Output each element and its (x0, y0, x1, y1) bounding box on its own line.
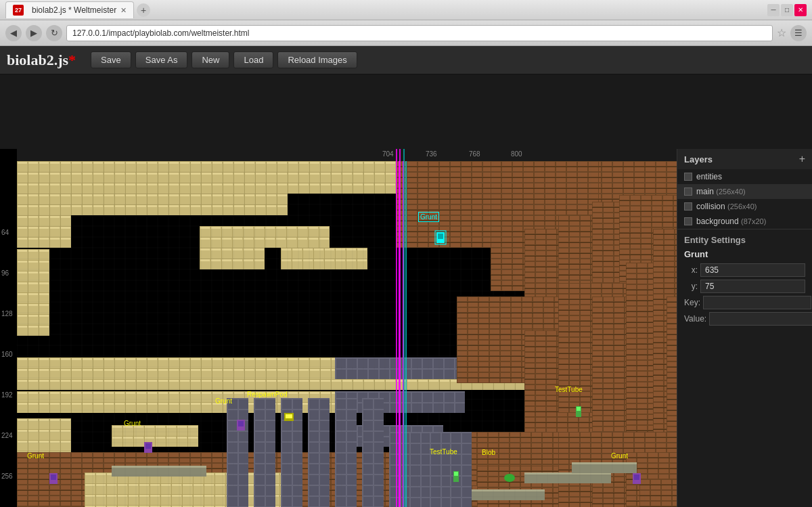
value-label: Value: (684, 314, 706, 324)
new-button[interactable]: New (191, 51, 229, 68)
entity-settings-section: Entity Settings Grunt x: 635 y: 75 Key: … (677, 229, 812, 334)
key-label: Key: (684, 298, 700, 307)
value-row: Value: (684, 312, 805, 326)
x-value: 635 (700, 263, 805, 277)
left-coord-markers: 64 96 128 160 192 224 256 288 (0, 149, 17, 507)
right-panel: Layers + entities main (256x40) collisio… (677, 149, 812, 507)
back-button[interactable]: ◀ (5, 25, 22, 41)
tab-close-icon[interactable]: ✕ (120, 6, 127, 15)
value-input[interactable] (709, 312, 812, 326)
coord-96: 96 (1, 269, 9, 277)
layer-background-label: background (87x20) (696, 217, 766, 226)
coord-64: 64 (1, 229, 9, 236)
game-canvas[interactable] (17, 161, 677, 507)
reload-button[interactable]: ↻ (46, 25, 62, 41)
save-button[interactable]: Save (91, 51, 131, 68)
layers-section: Layers + entities main (256x40) collisio… (677, 149, 812, 229)
layer-collision-label: collision (256x40) (696, 202, 757, 211)
coord-224: 224 (1, 432, 13, 439)
collision-line-1 (396, 149, 397, 507)
x-label: x: (684, 265, 698, 275)
app-title-asterisk: * (68, 51, 76, 68)
editor-toolbar: biolab2.js* Save Save As New Load Reload… (0, 46, 812, 74)
layer-main-label: main (256x40) (696, 187, 746, 196)
layers-header: Layers + (677, 149, 812, 169)
browser-titlebar: 27 biolab2.js * Weltmeister ✕ + ─ □ ✕ (0, 0, 812, 20)
coord-192: 192 (1, 391, 13, 399)
y-value: 75 (700, 280, 805, 293)
coord-160: 160 (1, 351, 13, 358)
y-label: y: (684, 282, 698, 291)
reload-images-button[interactable]: Reload Images (277, 51, 357, 68)
maximize-button[interactable]: □ (781, 4, 793, 16)
entity-name-label: Grunt (684, 249, 805, 259)
url-text: 127.0.0.1/impact/playbiolab.com/weltmeis… (72, 28, 249, 38)
browser-navbar: ◀ ▶ ↻ 127.0.0.1/impact/playbiolab.com/we… (0, 20, 812, 46)
layer-entities-label: entities (696, 172, 722, 181)
layer-entities[interactable]: entities (677, 169, 812, 184)
top-coord-736: 736 (426, 150, 437, 158)
tab-title: biolab2.js * Weltmeister (32, 5, 116, 15)
add-layer-button[interactable]: + (799, 153, 805, 165)
address-bar[interactable]: 127.0.0.1/impact/playbiolab.com/weltmeis… (66, 25, 773, 41)
layers-title: Layers (684, 154, 713, 164)
collision-line-2 (399, 149, 401, 507)
key-row: Key: (684, 296, 805, 309)
window-controls: ─ □ ✕ (767, 4, 807, 16)
x-coord-row: x: 635 (684, 263, 805, 277)
collision-line-teal-1 (403, 149, 405, 507)
canvas-area[interactable]: 704 736 768 800 64 96 128 160 192 224 25… (0, 149, 677, 507)
layer-collision-checkbox[interactable] (684, 202, 692, 211)
settings-button[interactable]: ☰ (790, 25, 807, 41)
y-coord-row: y: 75 (684, 280, 805, 293)
bookmark-star-icon[interactable]: ☆ (777, 26, 786, 39)
coord-256: 256 (1, 472, 13, 480)
layer-main-checkbox[interactable] (684, 188, 692, 196)
favicon: 27 (13, 5, 24, 16)
top-coord-bar: 704 736 768 800 (17, 149, 677, 161)
layer-background-checkbox[interactable] (684, 217, 692, 225)
coord-128: 128 (1, 310, 13, 317)
top-coord-768: 768 (469, 150, 480, 158)
save-as-button[interactable]: Save As (135, 51, 188, 68)
layer-main[interactable]: main (256x40) (677, 184, 812, 199)
new-tab-button[interactable]: + (137, 3, 150, 17)
minimize-button[interactable]: ─ (767, 4, 780, 16)
entity-settings-title: Entity Settings (684, 235, 805, 245)
forward-button[interactable]: ▶ (26, 25, 42, 41)
layer-entities-checkbox[interactable] (684, 173, 692, 181)
top-coord-704: 704 (382, 150, 394, 158)
editor-container: 704 736 768 800 64 96 128 160 192 224 25… (0, 74, 812, 507)
layer-collision[interactable]: collision (256x40) (677, 199, 812, 214)
browser-tab[interactable]: 27 biolab2.js * Weltmeister ✕ (5, 1, 134, 18)
layer-background[interactable]: background (87x20) (677, 214, 812, 229)
key-input[interactable] (703, 296, 811, 309)
top-coord-800: 800 (511, 150, 522, 158)
app-title: biolab2.js* (7, 51, 76, 69)
close-button[interactable]: ✕ (794, 4, 807, 16)
load-button[interactable]: Load (233, 51, 273, 68)
